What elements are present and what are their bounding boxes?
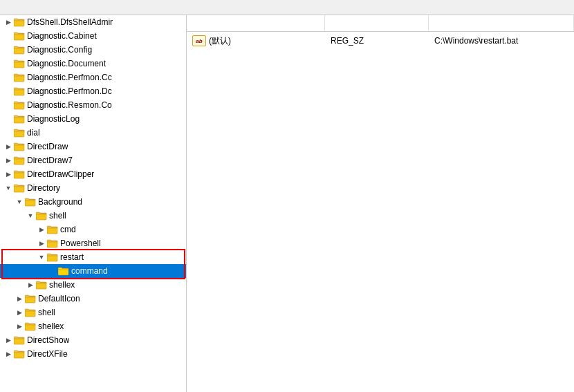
tree-item-diag-perfmon-cc[interactable]: ▶ Diagnostic.Perfmon.Cc xyxy=(0,71,186,84)
tree-item-directshow[interactable]: ▶ DirectShow xyxy=(0,333,186,347)
title-bar xyxy=(0,0,574,15)
folder-icon-diag-config xyxy=(14,45,25,55)
item-label-restart: restart xyxy=(60,252,84,262)
arrow-defaulticon[interactable]: ▶ xyxy=(14,292,25,306)
item-label-diag-config: Diagnostic.Config xyxy=(27,45,92,55)
folder-icon-dfshell xyxy=(14,17,25,27)
item-label-dfshell: DfsShell.DfsShellAdmir xyxy=(27,17,113,27)
arrow-directdraw7[interactable]: ▶ xyxy=(3,153,14,167)
item-label-background: Background xyxy=(38,197,82,207)
folder-icon-directdrawclipper xyxy=(14,169,25,179)
folder-icon-directdraw7 xyxy=(14,156,25,165)
tree-item-command[interactable]: ▶ command xyxy=(0,264,186,278)
arrow-dfshell[interactable]: ▶ xyxy=(3,15,14,29)
registry-name-cell: ab(默认) xyxy=(187,35,325,47)
tree-item-dial[interactable]: ▶ dial xyxy=(0,126,186,140)
header-name xyxy=(187,15,325,31)
main-container: ▶ DfsShell.DfsShellAdmir▶ Diagnostic.Cab… xyxy=(0,15,574,392)
registry-type-cell: REG_SZ xyxy=(325,36,429,46)
item-label-diag-perfmon-dc: Diagnostic.Perfmon.Dc xyxy=(27,86,112,96)
tree-item-powershell[interactable]: ▶ Powershell xyxy=(0,236,186,250)
item-label-dial: dial xyxy=(27,128,40,138)
tree-item-directdraw[interactable]: ▶ DirectDraw xyxy=(0,140,186,153)
folder-icon-shellex2 xyxy=(25,321,36,331)
arrow-shellex2[interactable]: ▶ xyxy=(14,319,25,333)
tree-item-directdrawclipper[interactable]: ▶ DirectDrawClipper xyxy=(0,167,186,181)
tree-scroll[interactable]: ▶ DfsShell.DfsShellAdmir▶ Diagnostic.Cab… xyxy=(0,15,186,392)
registry-row[interactable]: ab(默认)REG_SZC:\Windows\restart.bat xyxy=(187,33,574,48)
item-label-directory: Directory xyxy=(27,183,60,193)
tree-item-directdraw7[interactable]: ▶ DirectDraw7 xyxy=(0,153,186,167)
folder-icon-directory xyxy=(14,183,25,193)
tree-item-background[interactable]: ▼ Background xyxy=(0,195,186,209)
item-label-diag-resmon-co: Diagnostic.Resmon.Co xyxy=(27,100,112,110)
arrow-directory[interactable]: ▼ xyxy=(3,181,14,195)
folder-icon-diag-resmon-co xyxy=(14,100,25,110)
tree-panel: ▶ DfsShell.DfsShellAdmir▶ Diagnostic.Cab… xyxy=(0,15,187,392)
tree-item-shellex[interactable]: ▶ shellex xyxy=(0,278,186,292)
arrow-directxfile[interactable]: ▶ xyxy=(3,347,14,361)
folder-icon-cmd xyxy=(47,225,58,234)
tree-item-diag-cabinet[interactable]: ▶ Diagnostic.Cabinet xyxy=(0,29,186,43)
tree-item-shell2[interactable]: ▶ shell xyxy=(0,306,186,319)
tree-item-directory[interactable]: ▼ Directory xyxy=(0,181,186,195)
arrow-shell2[interactable]: ▶ xyxy=(14,306,25,319)
folder-icon-shellex xyxy=(36,280,47,290)
arrow-shell[interactable]: ▼ xyxy=(25,209,36,223)
tree-item-cmd[interactable]: ▶ cmd xyxy=(0,223,186,236)
item-label-command: command xyxy=(71,266,108,276)
item-label-powershell: Powershell xyxy=(60,239,101,248)
tree-item-diag-config[interactable]: ▶ Diagnostic.Config xyxy=(0,43,186,57)
item-label-diag-cabinet: Diagnostic.Cabinet xyxy=(27,31,97,41)
folder-icon-directshow xyxy=(14,335,25,345)
item-label-diag-perfmon-cc: Diagnostic.Perfmon.Cc xyxy=(27,73,112,82)
folder-icon-diag-cabinet xyxy=(14,31,25,41)
item-label-shellex2: shellex xyxy=(38,321,64,331)
registry-name: (默认) xyxy=(209,35,231,47)
folder-icon-dial xyxy=(14,128,25,138)
tree-item-diag-perfmon-dc[interactable]: ▶ Diagnostic.Perfmon.Dc xyxy=(0,84,186,98)
arrow-powershell[interactable]: ▶ xyxy=(36,236,47,250)
tree-item-diag-document[interactable]: ▶ Diagnostic.Document xyxy=(0,57,186,71)
item-label-defaulticon: DefaultIcon xyxy=(38,294,80,304)
right-panel: ab(默认)REG_SZC:\Windows\restart.bat xyxy=(187,15,574,392)
tree-item-diag-resmon-co[interactable]: ▶ Diagnostic.Resmon.Co xyxy=(0,98,186,112)
arrow-directdraw[interactable]: ▶ xyxy=(3,140,14,153)
folder-icon-diaglog xyxy=(14,114,25,124)
tree-item-defaulticon[interactable]: ▶ DefaultIcon xyxy=(0,292,186,306)
folder-icon-diag-perfmon-dc xyxy=(14,86,25,96)
tree-item-directxfile[interactable]: ▶ DirectXFile xyxy=(0,347,186,361)
item-label-directdraw7: DirectDraw7 xyxy=(27,156,73,165)
registry-type: REG_SZ xyxy=(331,36,364,46)
item-label-cmd: cmd xyxy=(60,225,76,234)
arrow-directdrawclipper[interactable]: ▶ xyxy=(3,167,14,181)
folder-icon-command xyxy=(58,266,69,276)
folder-icon-diag-document xyxy=(14,59,25,68)
ab-icon: ab xyxy=(192,35,206,46)
folder-icon-directdraw xyxy=(14,142,25,151)
tree-item-dfshell[interactable]: ▶ DfsShell.DfsShellAdmir xyxy=(0,15,186,29)
item-label-directdraw: DirectDraw xyxy=(27,142,68,151)
item-label-directdrawclipper: DirectDrawClipper xyxy=(27,169,94,179)
arrow-shellex[interactable]: ▶ xyxy=(25,278,36,292)
tree-item-shell[interactable]: ▼ shell xyxy=(0,209,186,223)
arrow-restart[interactable]: ▼ xyxy=(36,250,47,264)
tree-item-restart[interactable]: ▼ restart xyxy=(0,250,186,264)
item-label-shell: shell xyxy=(49,211,66,221)
tree-item-diaglog[interactable]: ▶ DiagnosticLog xyxy=(0,112,186,126)
tree-item-shellex2[interactable]: ▶ shellex xyxy=(0,319,186,333)
arrow-background[interactable]: ▼ xyxy=(14,195,25,209)
header-data xyxy=(429,15,574,31)
folder-icon-diag-perfmon-cc xyxy=(14,73,25,82)
item-label-diag-document: Diagnostic.Document xyxy=(27,59,106,68)
registry-content: ab(默认)REG_SZC:\Windows\restart.bat xyxy=(187,32,574,392)
arrow-directshow[interactable]: ▶ xyxy=(3,333,14,347)
folder-icon-restart xyxy=(47,252,58,262)
item-label-directxfile: DirectXFile xyxy=(27,349,68,359)
arrow-cmd[interactable]: ▶ xyxy=(36,223,47,236)
registry-data: C:\Windows\restart.bat xyxy=(434,36,518,46)
folder-icon-defaulticon xyxy=(25,294,36,304)
folder-icon-shell xyxy=(36,211,47,221)
item-label-diaglog: DiagnosticLog xyxy=(27,114,80,124)
registry-header xyxy=(187,15,574,32)
